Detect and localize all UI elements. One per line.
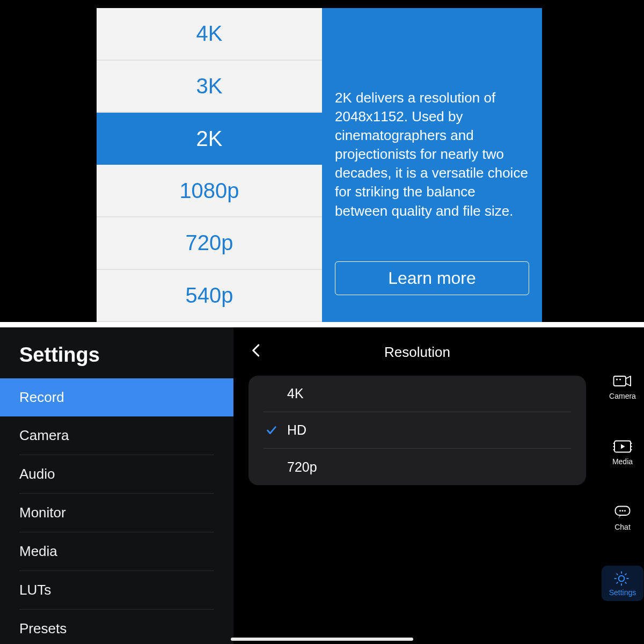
resolution-option-row[interactable]: 4K bbox=[264, 376, 571, 412]
settings-sidebar: Settings RecordCameraAudioMonitorMediaLU… bbox=[0, 327, 233, 644]
rail-label: Camera bbox=[609, 392, 636, 400]
settings-icon bbox=[613, 570, 632, 585]
svg-point-5 bbox=[613, 446, 614, 447]
resolution-description: 2K delivers a resolution of 2048x1152. U… bbox=[335, 89, 529, 221]
chat-icon bbox=[613, 504, 632, 519]
settings-detail: Resolution 4KHD720p bbox=[233, 327, 601, 644]
media-icon bbox=[613, 439, 632, 454]
sidebar-item-presets[interactable]: Presets bbox=[19, 610, 214, 644]
resolution-list: 4K3K2K1080p720p540p bbox=[97, 8, 322, 322]
camera-icon bbox=[613, 374, 632, 389]
resolution-option[interactable]: 540p bbox=[97, 270, 322, 323]
sidebar-item-camera[interactable]: Camera bbox=[19, 416, 214, 455]
svg-rect-0 bbox=[614, 376, 626, 386]
learn-more-button[interactable]: Learn more bbox=[335, 261, 529, 295]
rail-item-chat[interactable]: Chat bbox=[602, 500, 643, 536]
rail-label: Media bbox=[612, 457, 633, 466]
home-indicator bbox=[231, 638, 413, 641]
right-rail: CameraMediaChatSettings bbox=[601, 327, 644, 644]
resolution-option[interactable]: 2K bbox=[97, 113, 322, 165]
resolution-option[interactable]: 720p bbox=[97, 217, 322, 270]
detail-title: Resolution bbox=[384, 344, 450, 361]
svg-point-9 bbox=[631, 449, 632, 450]
checkmark-icon bbox=[264, 425, 280, 436]
sidebar-item-luts[interactable]: LUTs bbox=[19, 571, 214, 610]
svg-point-11 bbox=[619, 510, 621, 511]
resolution-info-panel: 2K delivers a resolution of 2048x1152. U… bbox=[322, 8, 542, 322]
sidebar-item-media[interactable]: Media bbox=[19, 532, 214, 571]
svg-point-7 bbox=[631, 443, 632, 444]
sidebar-item-monitor[interactable]: Monitor bbox=[19, 494, 214, 532]
svg-point-12 bbox=[622, 510, 624, 511]
option-label: 4K bbox=[287, 386, 304, 401]
svg-point-13 bbox=[624, 510, 626, 511]
rail-label: Chat bbox=[614, 523, 631, 531]
settings-screen: Settings RecordCameraAudioMonitorMediaLU… bbox=[0, 327, 644, 644]
resolution-option-row[interactable]: HD bbox=[264, 412, 571, 449]
rail-label: Settings bbox=[609, 588, 636, 597]
rail-item-camera[interactable]: Camera bbox=[602, 369, 643, 405]
svg-point-2 bbox=[619, 379, 621, 380]
svg-point-6 bbox=[613, 449, 614, 450]
option-label: HD bbox=[287, 422, 306, 438]
svg-point-8 bbox=[631, 446, 632, 447]
resolution-option[interactable]: 3K bbox=[97, 61, 322, 113]
resolution-option[interactable]: 1080p bbox=[97, 165, 322, 217]
sidebar-item-audio[interactable]: Audio bbox=[19, 455, 214, 494]
settings-title: Settings bbox=[0, 334, 233, 378]
option-label: 720p bbox=[287, 459, 317, 475]
resolution-picker-panel: 4K3K2K1080p720p540p 2K delivers a resolu… bbox=[0, 0, 644, 322]
back-icon[interactable] bbox=[248, 342, 268, 362]
svg-point-4 bbox=[613, 443, 614, 444]
svg-point-14 bbox=[619, 576, 625, 582]
rail-item-settings[interactable]: Settings bbox=[602, 566, 643, 601]
sidebar-item-record[interactable]: Record bbox=[0, 378, 233, 416]
resolution-option[interactable]: 4K bbox=[97, 8, 322, 61]
rail-item-media[interactable]: Media bbox=[602, 435, 643, 470]
resolution-option-card: 4KHD720p bbox=[248, 376, 586, 485]
resolution-option-row[interactable]: 720p bbox=[264, 449, 571, 485]
svg-point-1 bbox=[616, 379, 618, 380]
divider bbox=[0, 322, 644, 327]
